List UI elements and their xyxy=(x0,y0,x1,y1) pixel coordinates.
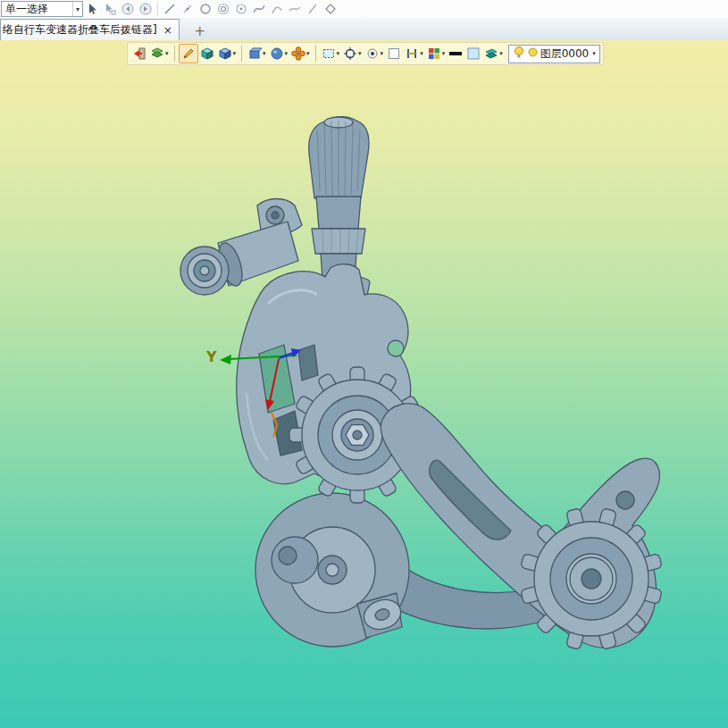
circle-center-tool-icon[interactable] xyxy=(232,1,250,17)
dropdown-arrow-icon[interactable]: ▾ xyxy=(165,50,169,57)
spline-tool-icon[interactable] xyxy=(250,1,268,17)
cycle-next-icon[interactable] xyxy=(137,1,155,17)
derailleur-model: Y xyxy=(180,117,662,650)
dropdown-arrow-icon[interactable]: ▾ xyxy=(592,50,596,57)
exit-icon[interactable] xyxy=(130,45,148,63)
cage-pivot-bolt xyxy=(341,419,373,451)
dropdown-arrow-icon[interactable]: ▾ xyxy=(442,50,446,57)
document-tab[interactable]: 络自行车变速器折叠车后拨链器] × xyxy=(0,19,180,40)
locate-target-icon[interactable]: ▾ xyxy=(341,45,364,63)
application-window: 单一选择 ▾ xyxy=(0,0,728,728)
line-tool-icon[interactable] xyxy=(161,1,179,17)
window-select-icon[interactable]: ▾ xyxy=(320,45,342,63)
point-tool-icon[interactable] xyxy=(179,1,197,17)
concentric-circle-tool-icon[interactable] xyxy=(214,1,232,17)
selection-mode-value: 单一选择 xyxy=(5,2,48,17)
separator xyxy=(315,46,316,62)
plane-icon[interactable] xyxy=(385,45,403,63)
dropdown-arrow-icon[interactable]: ▾ xyxy=(72,2,82,16)
separator xyxy=(241,46,242,62)
curve-tool-icon[interactable] xyxy=(286,1,304,17)
dropdown-arrow-icon[interactable]: ▾ xyxy=(337,50,340,57)
pattern-icon[interactable]: ▾ xyxy=(289,45,312,63)
separator xyxy=(174,46,175,62)
dropdown-arrow-icon[interactable]: ▾ xyxy=(420,50,423,57)
cycle-previous-icon[interactable] xyxy=(119,1,137,17)
pick-point-icon[interactable]: ▾ xyxy=(364,45,386,63)
layer-combobox[interactable]: 图层0000 ▾ xyxy=(508,45,600,63)
document-tab-title: 络自行车变速器折叠车后拨链器] xyxy=(3,22,157,38)
dropdown-arrow-icon[interactable]: ▾ xyxy=(263,50,266,57)
sketch-pencil-icon[interactable] xyxy=(179,44,198,63)
selection-toolbar: 单一选择 ▾ xyxy=(0,0,728,19)
line-width-icon[interactable] xyxy=(447,45,464,63)
new-tab-button[interactable]: + xyxy=(190,22,210,40)
background-icon[interactable] xyxy=(464,45,482,63)
3d-viewport[interactable]: Y ▾ ▾ xyxy=(0,40,728,728)
arc-tool-icon[interactable] xyxy=(268,1,286,17)
layer-combobox-value: 图层0000 xyxy=(540,46,590,62)
shaded-cube-icon[interactable] xyxy=(198,45,216,63)
view-cube-icon[interactable]: ▾ xyxy=(216,45,238,63)
separator xyxy=(157,3,158,15)
layers-icon[interactable]: ▾ xyxy=(482,45,505,63)
layer-color-icon[interactable] xyxy=(528,47,538,60)
bulb-icon[interactable] xyxy=(513,46,525,62)
dropdown-arrow-icon[interactable]: ▾ xyxy=(285,50,289,57)
selection-mode-dropdown[interactable]: 单一选择 ▾ xyxy=(1,1,83,17)
y-axis-label: Y xyxy=(205,348,217,365)
primitive-box-icon[interactable]: ▾ xyxy=(246,45,268,63)
tension-pulley xyxy=(255,493,409,647)
grid-icon[interactable]: ▾ xyxy=(425,45,448,63)
pointer-pick-icon[interactable] xyxy=(101,1,119,17)
3d-model-canvas[interactable]: Y xyxy=(0,40,728,728)
section-icon[interactable]: ▾ xyxy=(403,45,425,63)
primitive-sphere-icon[interactable]: ▾ xyxy=(268,45,290,63)
pointer-cursor-icon[interactable] xyxy=(83,1,101,17)
dropdown-arrow-icon[interactable]: ▾ xyxy=(306,50,310,57)
slash-tool-icon[interactable] xyxy=(304,1,322,17)
circle-tool-icon[interactable] xyxy=(197,1,214,17)
dropdown-arrow-icon[interactable]: ▾ xyxy=(358,50,362,57)
dropdown-arrow-icon[interactable]: ▾ xyxy=(381,50,384,57)
barrel-adjuster-knob xyxy=(309,117,369,198)
tab-close-icon[interactable]: × xyxy=(163,24,172,37)
lower-pulley-gear xyxy=(521,508,663,650)
quick-access-toolbar: ▾ ▾ ▾ ▾ ▾ xyxy=(127,42,604,65)
diamond-tool-icon[interactable] xyxy=(322,1,339,17)
document-tab-bar: 络自行车变速器折叠车后拨链器] × + xyxy=(0,18,728,41)
dropdown-arrow-icon[interactable]: ▾ xyxy=(233,50,237,57)
dropdown-arrow-icon[interactable]: ▾ xyxy=(499,50,503,57)
render-mode-icon[interactable]: ▾ xyxy=(148,45,171,63)
